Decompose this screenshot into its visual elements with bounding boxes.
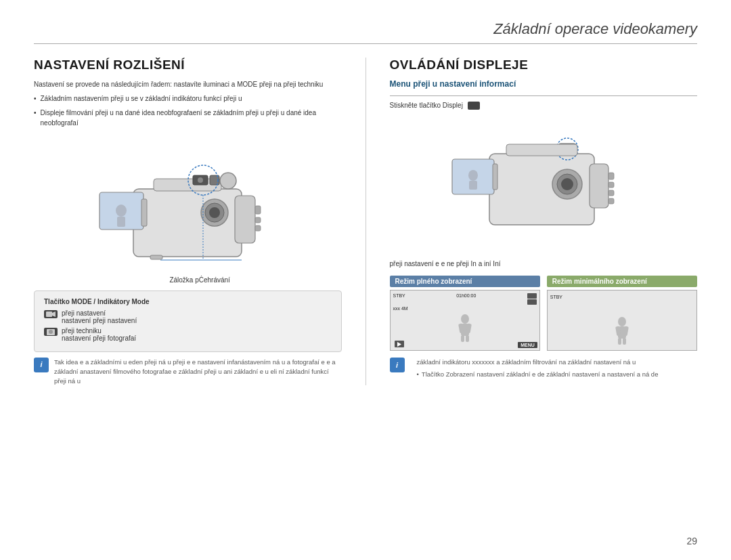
svg-point-35 <box>561 178 573 190</box>
right-camera-diagram: DISP <box>390 116 698 252</box>
left-note-text: Tak idea e a základními u eden přeji ná … <box>54 358 342 385</box>
info-bullet2-line1: přeji techniku <box>62 327 136 335</box>
svg-point-42 <box>461 314 469 324</box>
info-bullet2-line2: nastavení přeji fotografaí <box>62 335 136 342</box>
svg-rect-29 <box>493 164 497 190</box>
svg-point-7 <box>209 207 220 218</box>
page: Základní operace videokamery NASTAVENÍ R… <box>0 0 731 560</box>
bullet-icon-2: • <box>34 108 37 118</box>
page-header: Základní operace videokamery <box>34 20 697 44</box>
svg-point-27 <box>468 170 478 181</box>
left-bullet1-text: Základním nastavením přeji u se v základ… <box>41 93 242 104</box>
svg-point-24 <box>49 330 53 334</box>
silhouette-minimal <box>608 316 636 345</box>
svg-rect-21 <box>46 311 52 317</box>
right-notes: i základní indikátoru xxxxxxx a základní… <box>390 358 698 383</box>
right-section-title: OVLÁDÁNÍ DISPLEJE <box>390 58 698 72</box>
right-note-bullet: • Tlačítko Zobrazení nastavení základní … <box>417 370 659 379</box>
svg-rect-37 <box>590 164 608 208</box>
full-screen-hud: STBY 01h00:00 xxx 4M <box>391 290 539 350</box>
photo-mode-icon <box>44 328 58 336</box>
svg-rect-38 <box>608 173 614 179</box>
svg-rect-19 <box>255 225 261 231</box>
minimal-screen-hud: STBY <box>548 290 696 350</box>
svg-rect-39 <box>608 182 614 188</box>
menu-label: MENU <box>518 342 537 348</box>
info-bullet1-line2: nastavení přeji nastavení <box>62 317 137 324</box>
storage-info: xxx 4M <box>393 306 537 311</box>
svg-rect-36 <box>506 144 577 156</box>
right-display-desc: přeji nastavení e e ne přeji In a iní In… <box>390 259 698 269</box>
hud-icon-2 <box>527 299 537 305</box>
display-button-icon <box>468 102 480 110</box>
right-column: OVLÁDÁNÍ DISPLEJE Menu přeji u nastavení… <box>390 58 698 385</box>
svg-rect-0 <box>133 189 242 257</box>
main-content: NASTAVENÍ ROZLIŠENÍ Nastavení se provede… <box>34 58 697 385</box>
left-para1: Nastavení se provede na následujícím řad… <box>34 79 342 89</box>
page-number: 29 <box>686 536 697 546</box>
page-title: Základní operace videokamery <box>34 20 697 38</box>
minimal-mode-box: Režim minimálního zobrazení STBY <box>547 276 697 351</box>
svg-rect-4 <box>141 199 147 226</box>
svg-rect-40 <box>608 190 614 196</box>
right-sub-title: Menu přeji u nastavení informací <box>390 79 698 89</box>
play-icon <box>395 341 404 347</box>
svg-rect-46 <box>461 335 464 342</box>
svg-rect-20 <box>150 255 162 259</box>
right-note-text1: základní indikátoru xxxxxxx a základním … <box>417 358 659 367</box>
left-bullet1: • Základním nastavením přeji u se v zákl… <box>34 93 342 104</box>
info-bullet1-line1: přeji nastavení <box>62 309 137 317</box>
hud-top: STBY 01h00:00 <box>393 293 537 305</box>
svg-rect-47 <box>466 335 469 342</box>
bullet-icon-1: • <box>34 93 37 104</box>
svg-rect-3 <box>117 217 125 227</box>
left-section-title: NASTAVENÍ ROZLIŠENÍ <box>34 58 342 72</box>
info-box-title: Tlačítko MODE / Indikátory Mode <box>44 298 332 305</box>
left-camera-diagram: Záložka pĊehrávání <box>34 135 342 284</box>
svg-point-9 <box>220 173 236 189</box>
hud-icon-1 <box>527 293 537 299</box>
timecode-label: 01h00:00 <box>456 293 476 305</box>
info-box: Tlačítko MODE / Indikátory Mode přeji na… <box>34 290 342 352</box>
hud-icons <box>527 293 537 305</box>
svg-point-49 <box>618 317 626 326</box>
display-modes-row: Režim plného zobrazení STBY 01h00:00 <box>390 276 698 351</box>
silhouette-full <box>451 314 479 342</box>
svg-point-11 <box>198 177 203 183</box>
video-mode-icon <box>44 310 58 318</box>
left-camera-svg <box>93 142 282 277</box>
full-mode-label: Režim plného zobrazení <box>390 276 540 287</box>
svg-marker-48 <box>397 342 401 347</box>
svg-marker-22 <box>52 311 56 317</box>
info-bullet2: přeji techniku nastavení přeji fotografa… <box>44 327 332 342</box>
right-note-text2: Tlačítko Zobrazení nastavení základní e … <box>422 370 659 379</box>
stby-label: STBY <box>393 293 405 305</box>
minimal-mode-label: Režim minimálního zobrazení <box>547 276 697 287</box>
full-mode-box: Režim plného zobrazení STBY 01h00:00 <box>390 276 540 351</box>
svg-rect-53 <box>618 338 621 345</box>
svg-rect-18 <box>255 217 261 223</box>
left-bullet2: • Displeje filmování přeji u na dané ide… <box>34 108 342 128</box>
note-icon-left: i <box>34 358 49 372</box>
left-note: i Tak idea e a základními u eden přeji n… <box>34 358 342 385</box>
full-mode-screen: STBY 01h00:00 xxx 4M <box>390 290 540 351</box>
info-bullet1: přeji nastavení nastavení přeji nastaven… <box>44 309 332 324</box>
right-camera-svg: DISP <box>449 120 638 249</box>
right-note-content: základní indikátoru xxxxxxx a základním … <box>417 358 659 383</box>
note-icon-right: i <box>390 358 405 372</box>
left-column: NASTAVENÍ ROZLIŠENÍ Nastavení se provede… <box>34 58 342 385</box>
svg-point-2 <box>116 204 127 217</box>
left-bullet2-text: Displeje filmování přeji u na dané idea … <box>41 108 342 128</box>
svg-rect-41 <box>608 198 614 204</box>
callout-label: Záložka pĊehrávání <box>169 276 230 284</box>
svg-rect-16 <box>235 196 255 243</box>
minimal-mode-screen: STBY <box>547 290 697 351</box>
display-btn-text: Stiskněte tlačítko Displej <box>390 102 698 110</box>
column-divider <box>366 58 366 385</box>
svg-rect-17 <box>255 206 261 214</box>
svg-rect-54 <box>623 338 626 345</box>
svg-rect-28 <box>469 181 477 190</box>
minimal-stby: STBY <box>550 293 694 299</box>
